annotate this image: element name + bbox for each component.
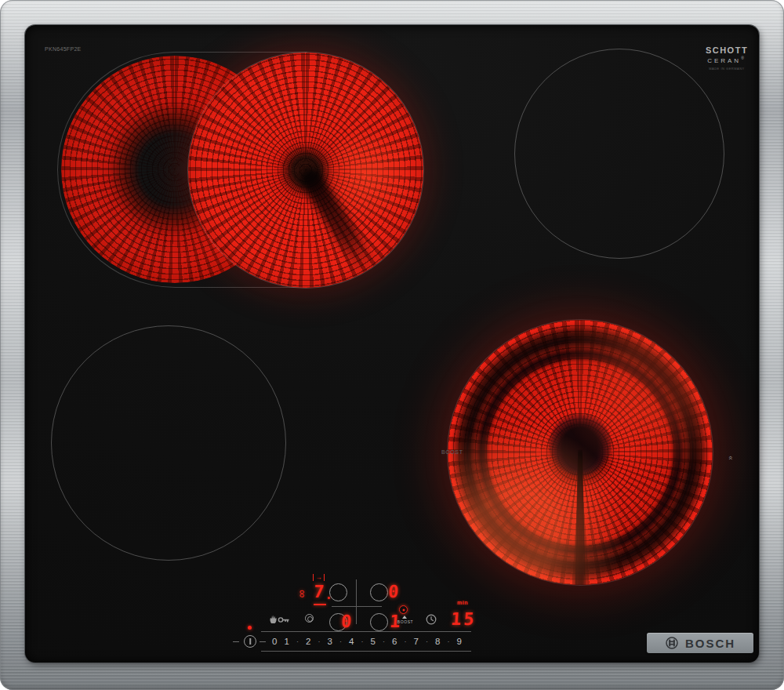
timer-unit-label: min — [457, 600, 468, 605]
zone-select-front-right[interactable] — [370, 613, 388, 631]
ceramic-glass-surface: PKN645FP2E SCHOTT CERAN® MADE IN GERMANY… — [25, 25, 759, 663]
bosch-wordmark: BOSCH — [685, 637, 735, 650]
back-right-zone-outline — [514, 49, 724, 259]
made-in-line: MADE IN GERMANY — [684, 67, 770, 71]
slider-number[interactable]: 3 — [327, 637, 332, 646]
dual-zone-select-icon[interactable] — [305, 614, 314, 623]
power-indicator-led — [248, 626, 252, 630]
cooktop-product-image: PKN645FP2E SCHOTT CERAN® MADE IN GERMANY… — [0, 0, 784, 690]
slider-number[interactable]: 9 — [456, 637, 461, 646]
power-button-left-tick — [233, 641, 239, 642]
timer-clock-icon[interactable] — [426, 614, 437, 625]
slider-dot: · — [361, 637, 363, 645]
child-lock-hand-key-icon[interactable] — [268, 613, 290, 624]
selected-zone-underline — [314, 604, 326, 605]
slider-number[interactable]: 0 — [272, 637, 277, 646]
zone-select-back-left[interactable] — [329, 583, 347, 601]
dual-circuit-icon: ∞ — [296, 590, 309, 597]
slider-number[interactable]: 4 — [349, 637, 354, 646]
schott-line: SCHOTT — [684, 45, 770, 55]
slider-dot: · — [339, 637, 342, 645]
zone-map-vertical-divider — [356, 579, 357, 624]
boost-arrow-icon — [402, 616, 407, 619]
slider-number[interactable]: 2 — [306, 637, 310, 646]
model-number: PKN645FP2E — [45, 46, 82, 52]
slider-dot: · — [426, 637, 428, 645]
slider-number[interactable]: 1 — [284, 637, 289, 646]
zone-extension-icon[interactable]: → — [313, 574, 325, 581]
zone-extension-mark: « — [727, 456, 735, 459]
slider-dot: · — [383, 637, 385, 645]
boost-zone-print: BOOST — [441, 449, 463, 455]
bosch-armature-icon — [665, 636, 679, 650]
zone-select-back-right[interactable] — [370, 583, 388, 601]
front-right-element-glowing — [448, 320, 713, 585]
boost-indicator-icon — [399, 605, 408, 614]
zone-map-horizontal-divider — [332, 606, 382, 607]
front-left-level-display: 0 — [340, 612, 352, 631]
glow-highlight — [448, 320, 713, 585]
slider-number[interactable]: 7 — [413, 637, 418, 646]
back-left-level-display: 7 — [313, 582, 325, 601]
slider-dot: · — [296, 637, 299, 645]
back-left-decimal-dot — [328, 597, 330, 599]
power-button[interactable] — [244, 635, 256, 648]
back-right-level-display: 0 — [387, 582, 399, 601]
slider-dot: · — [318, 637, 320, 645]
ceran-line: CERAN® — [684, 56, 770, 64]
slider-number[interactable]: 5 — [370, 637, 375, 646]
power-level-slider[interactable]: 0 1 · 2 · 3 · 4 · 5 · 6 · 7 · 8 · 9 — [261, 631, 471, 652]
slider-number[interactable]: 6 — [392, 637, 397, 646]
bosch-badge: BOSCH — [647, 633, 753, 653]
boost-button-label[interactable]: BOOST — [394, 619, 417, 624]
schott-ceran-logo: SCHOTT CERAN® MADE IN GERMANY — [684, 45, 770, 71]
timer-display: 15 — [450, 609, 477, 629]
slider-dot: · — [447, 637, 449, 645]
slider-dot: · — [404, 637, 406, 645]
back-left-main-element-glowing — [188, 53, 423, 288]
slider-number[interactable]: 8 — [435, 637, 440, 646]
front-left-zone-outline — [51, 325, 286, 561]
